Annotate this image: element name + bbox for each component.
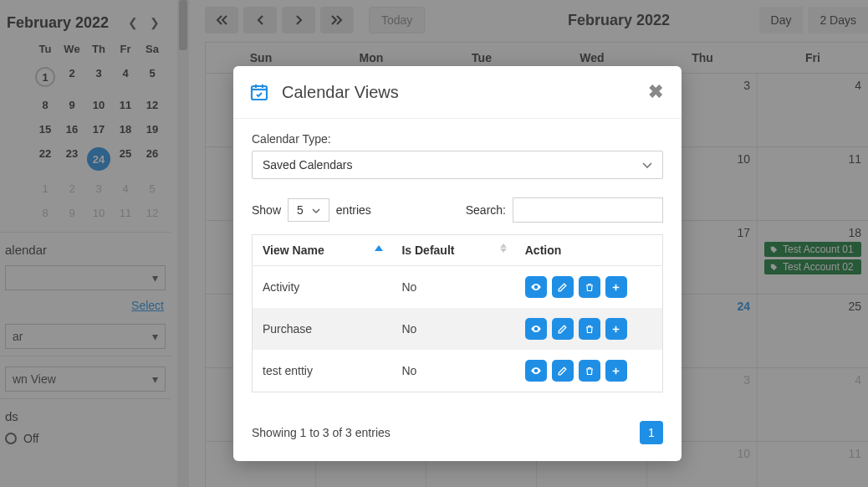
chevron-down-icon — [312, 203, 320, 217]
modal-title: Calendar Views — [282, 83, 399, 102]
view-action-add[interactable] — [605, 276, 627, 298]
view-name-cell: Activity — [253, 266, 392, 309]
table-summary: Showing 1 to 3 of 3 entries — [252, 426, 391, 439]
view-action-delete[interactable] — [579, 360, 600, 382]
entries-label: entries — [336, 203, 371, 217]
modal-close-button[interactable]: ✖ — [648, 81, 663, 103]
view-action-add[interactable] — [605, 360, 627, 382]
view-action-delete[interactable] — [579, 318, 600, 340]
view-action-edit[interactable] — [552, 276, 574, 298]
table-row: Activity No — [253, 266, 663, 309]
view-action-edit[interactable] — [552, 360, 574, 382]
page-1-button[interactable]: 1 — [640, 421, 663, 444]
view-action-view[interactable] — [525, 276, 547, 298]
views-table: View Name Is Default Action Activity No — [252, 234, 663, 392]
view-name-cell: test enttiy — [253, 350, 392, 392]
table-row: test enttiy No — [253, 350, 663, 392]
calendar-type-value: Saved Calendars — [263, 158, 352, 172]
view-action-add[interactable] — [605, 318, 627, 340]
col-view-name[interactable]: View Name — [263, 244, 324, 257]
view-action-view[interactable] — [525, 318, 547, 340]
search-label: Search: — [466, 203, 506, 217]
col-is-default[interactable]: Is Default — [401, 244, 454, 257]
table-row: Purchase No — [253, 308, 663, 350]
view-action-view[interactable] — [525, 360, 547, 382]
page-size-value: 5 — [297, 203, 304, 217]
is-default-cell: No — [391, 350, 514, 392]
is-default-cell: No — [391, 266, 514, 309]
sort-asc-icon — [375, 245, 383, 251]
view-action-edit[interactable] — [552, 318, 574, 340]
is-default-cell: No — [391, 308, 514, 350]
svg-rect-0 — [252, 86, 267, 100]
search-input[interactable] — [513, 197, 663, 223]
sort-neutral-icon — [500, 244, 507, 253]
page-size-select[interactable]: 5 — [288, 198, 329, 222]
calendar-type-dropdown[interactable]: Saved Calendars — [252, 151, 663, 179]
col-action: Action — [525, 244, 562, 257]
calendar-icon — [248, 81, 270, 103]
view-name-cell: Purchase — [253, 308, 392, 350]
view-action-delete[interactable] — [579, 276, 600, 298]
calendar-type-label: Calendar Type: — [252, 132, 663, 146]
show-label: Show — [252, 203, 281, 217]
calendar-views-modal: Calendar Views ✖ Calendar Type: Saved Ca… — [233, 66, 682, 461]
chevron-down-icon — [642, 158, 652, 172]
